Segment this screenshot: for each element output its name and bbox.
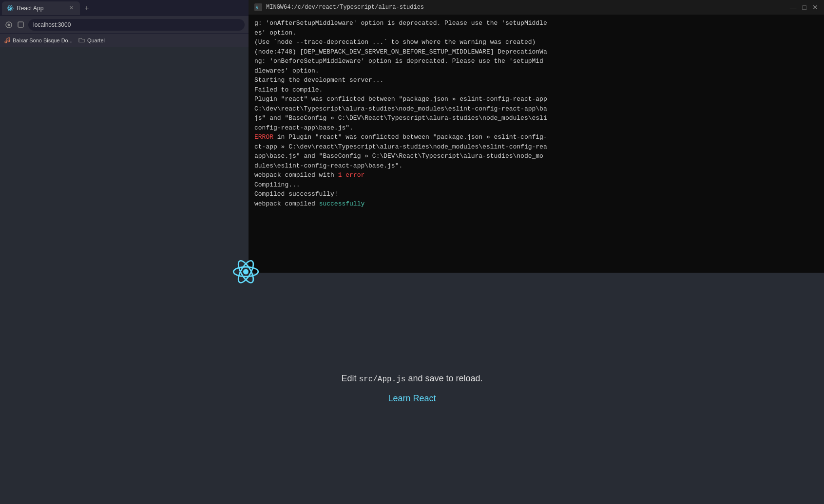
terminal-controls: — □ ✕	[790, 3, 818, 11]
tab-bar: React App ✕ +	[0, 0, 249, 16]
bookmark-label-folder: Quartel	[87, 37, 105, 43]
bookmark-label-music: Baixar Sono Bisque Do...	[13, 37, 73, 43]
terminal-line: (node:4748) [DEP_WEBPACK_DEV_SERVER_ON_B…	[254, 47, 818, 57]
terminal-title-text: MINGW64:/c/dev/react/Typescript/alura-st…	[266, 4, 424, 11]
bookmark-item-folder[interactable]: Quartel	[78, 37, 105, 44]
browser-tab[interactable]: React App ✕	[2, 1, 80, 15]
terminal-line: app\base.js" and "BaseConfig » C:\DEV\Re…	[254, 151, 818, 161]
terminal-line: (Use `node --trace-deprecation ...` to s…	[254, 37, 818, 47]
terminal-body[interactable]: g: 'onAfterSetupMiddleware' option is de…	[249, 15, 824, 273]
terminal-minimize-button[interactable]: —	[790, 3, 797, 11]
svg-point-5	[8, 23, 10, 26]
shield-icon	[4, 20, 14, 30]
terminal-line: dules\eslint-config-react-app\base.js".	[254, 161, 818, 171]
svg-text:$: $	[255, 5, 258, 10]
music-icon	[4, 37, 11, 44]
learn-react-link[interactable]: Learn React	[388, 393, 436, 404]
terminal-window: $ MINGW64:/c/dev/react/Typescript/alura-…	[249, 0, 824, 273]
tab-favicon	[7, 5, 14, 12]
address-bar	[0, 16, 249, 34]
terminal-app-icon: $	[254, 3, 262, 11]
terminal-line: config-react-app\base.js".	[254, 123, 818, 133]
new-tab-button[interactable]: +	[80, 1, 94, 15]
terminal-close-button[interactable]: ✕	[812, 3, 818, 11]
address-bar-icons	[4, 20, 25, 30]
edit-text-prefix: Edit	[341, 373, 359, 383]
terminal-line: Compiled successfully!	[254, 189, 818, 199]
terminal-line: g: 'onAfterSetupMiddleware' option is de…	[254, 19, 818, 28]
edit-text-suffix: and save to reload.	[405, 373, 482, 383]
svg-rect-6	[18, 22, 23, 27]
terminal-line: ERROR in Plugin "react" was conflicted b…	[254, 132, 818, 142]
page-icon	[16, 20, 25, 30]
terminal-line: C:\dev\react\Typescript\alura-studies\no…	[254, 104, 818, 114]
react-app-content: Edit src/App.js and save to reload. Lear…	[0, 273, 824, 504]
bookmarks-bar: Baixar Sono Bisque Do... Quartel	[0, 34, 249, 47]
terminal-line: js" and "BaseConfig » C:\DEV\React\Types…	[254, 113, 818, 123]
terminal-line: es' option.	[254, 28, 818, 38]
terminal-line: Failed to compile.	[254, 85, 818, 95]
edit-instruction: Edit src/App.js and save to reload.	[341, 373, 482, 384]
terminal-line: ng: 'onBeforeSetupMiddleware' option is …	[254, 56, 818, 66]
terminal-line: Starting the development server...	[254, 75, 818, 85]
terminal-line: ct-app » C:\dev\react\Typescript\alura-s…	[254, 142, 818, 152]
svg-point-7	[5, 41, 7, 43]
tab-title: React App	[17, 5, 64, 12]
folder-icon	[78, 37, 85, 44]
svg-point-12	[243, 269, 249, 275]
react-spinner-icon	[232, 259, 259, 287]
address-input[interactable]	[28, 19, 245, 31]
terminal-line: Plugin "react" was conflicted between "p…	[254, 94, 818, 104]
terminal-line: Compiling...	[254, 180, 818, 190]
terminal-line: dlewares' option.	[254, 66, 818, 76]
terminal-title-content: $ MINGW64:/c/dev/react/Typescript/alura-…	[254, 3, 424, 11]
edit-code: src/App.js	[359, 375, 405, 384]
terminal-maximize-button[interactable]: □	[803, 3, 806, 11]
svg-line-11	[7, 37, 10, 38]
bookmark-item-music[interactable]: Baixar Sono Bisque Do...	[4, 37, 73, 44]
terminal-line: webpack compiled with 1 error	[254, 170, 818, 180]
terminal-line: webpack compiled successfully	[254, 199, 818, 209]
terminal-titlebar: $ MINGW64:/c/dev/react/Typescript/alura-…	[249, 0, 824, 15]
tab-close-button[interactable]: ✕	[67, 4, 75, 12]
svg-point-0	[10, 7, 11, 9]
